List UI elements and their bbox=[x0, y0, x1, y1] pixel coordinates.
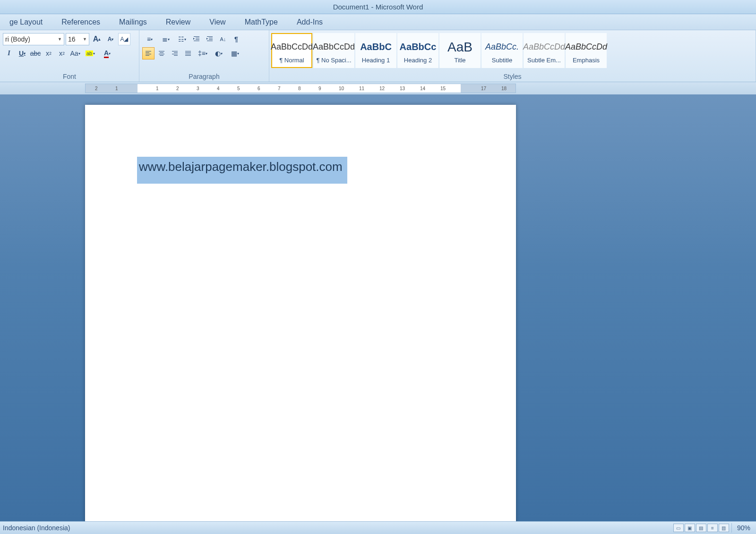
style-label: ¶ No Spaci... bbox=[316, 57, 351, 64]
zoom-level[interactable]: 90% bbox=[734, 524, 753, 532]
show-marks-button[interactable]: ¶ bbox=[230, 33, 242, 45]
tab-mathtype[interactable]: MathType bbox=[235, 15, 287, 29]
style-item-heading-1[interactable]: AaBbCHeading 1 bbox=[355, 33, 396, 68]
style-item--normal[interactable]: AaBbCcDd¶ Normal bbox=[271, 33, 312, 68]
style-item--no-spaci-[interactable]: AaBbCcDd¶ No Spaci... bbox=[313, 33, 354, 68]
sort-button[interactable]: A↓ bbox=[217, 33, 229, 45]
full-screen-icon: ▣ bbox=[687, 526, 692, 531]
align-left-icon bbox=[145, 50, 152, 57]
ruler-tick: 6 bbox=[258, 86, 260, 91]
title-bar: Document1 - Microsoft Word bbox=[0, 0, 756, 14]
tab-mailings[interactable]: Mailings bbox=[110, 15, 156, 29]
highlighter-icon: ab bbox=[86, 51, 93, 56]
style-preview: AaBbCcDd bbox=[565, 38, 607, 57]
clear-formatting-button[interactable]: A◢ bbox=[118, 33, 130, 45]
align-right-button[interactable] bbox=[169, 47, 181, 59]
superscript-button[interactable]: x2 bbox=[56, 47, 68, 59]
font-size-value: 16 bbox=[68, 35, 76, 43]
ruler-tick: 3 bbox=[197, 86, 199, 91]
decrease-indent-button[interactable] bbox=[190, 33, 203, 45]
ribbon: ri (Body) ▼ 16 ▼ A▴ A▾ A◢ I U▾ abc x2 x2 bbox=[0, 30, 756, 82]
print-layout-view-button[interactable]: ▭ bbox=[673, 524, 684, 532]
strikethrough-button[interactable]: abc bbox=[29, 47, 42, 59]
numbering-button[interactable]: ≣▾ bbox=[158, 33, 173, 45]
borders-button[interactable]: ▦▾ bbox=[227, 47, 242, 59]
bucket-icon: ◐ bbox=[215, 50, 221, 57]
tab-references[interactable]: References bbox=[52, 15, 110, 29]
change-case-button[interactable]: Aa▾ bbox=[69, 47, 81, 59]
style-item-heading-2[interactable]: AaBbCcHeading 2 bbox=[397, 33, 438, 68]
paragraph-group-label: Paragraph bbox=[141, 71, 267, 82]
document-page[interactable]: www.belajarpagemaker.blogspot.com bbox=[85, 105, 516, 525]
font-color-icon: A bbox=[104, 49, 109, 58]
bullets-icon: ≡ bbox=[147, 35, 151, 43]
style-preview: AaBbCcDd bbox=[523, 38, 565, 57]
ruler-area: 211234567891011121314151718 bbox=[0, 82, 756, 94]
italic-button[interactable]: I bbox=[3, 47, 15, 59]
style-label: Subtle Em... bbox=[527, 57, 561, 64]
indent-icon bbox=[206, 35, 214, 43]
increase-indent-button[interactable] bbox=[204, 33, 216, 45]
ruler-tick: 13 bbox=[400, 86, 405, 91]
borders-icon: ▦ bbox=[231, 50, 237, 57]
style-item-emphasis[interactable]: AaBbCcDdEmphasis bbox=[566, 33, 607, 68]
style-item-title[interactable]: AaBTitle bbox=[439, 33, 481, 68]
style-label: Heading 2 bbox=[404, 57, 432, 64]
ribbon-tabs: ge Layout References Mailings Review Vie… bbox=[0, 14, 756, 30]
align-left-button[interactable] bbox=[142, 47, 155, 59]
ruler-tick: 7 bbox=[278, 86, 281, 91]
bullets-button[interactable]: ≡▾ bbox=[142, 33, 157, 45]
highlight-button[interactable]: ab▾ bbox=[82, 47, 98, 59]
outline-view-button[interactable]: ≡ bbox=[707, 524, 718, 532]
ruler-tick: 11 bbox=[359, 86, 364, 91]
ruler-tick: 12 bbox=[379, 86, 385, 91]
chevron-down-icon: ▼ bbox=[58, 37, 62, 42]
language-status[interactable]: Indonesian (Indonesia) bbox=[3, 524, 70, 532]
ruler-tick: 5 bbox=[237, 86, 240, 91]
font-group: ri (Body) ▼ 16 ▼ A▴ A▾ A◢ I U▾ abc x2 x2 bbox=[0, 30, 139, 82]
draft-view-button[interactable]: ▥ bbox=[719, 524, 729, 532]
full-screen-view-button[interactable]: ▣ bbox=[685, 524, 695, 532]
align-right-icon bbox=[171, 50, 179, 57]
draft-icon: ▥ bbox=[722, 526, 726, 531]
ruler-right-margin bbox=[461, 84, 515, 93]
subscript-button[interactable]: x2 bbox=[43, 47, 55, 59]
align-center-button[interactable] bbox=[155, 47, 168, 59]
horizontal-ruler[interactable]: 211234567891011121314151718 bbox=[85, 84, 516, 93]
numbering-icon: ≣ bbox=[162, 35, 168, 43]
web-layout-view-button[interactable]: ▤ bbox=[696, 524, 706, 532]
tab-review[interactable]: Review bbox=[156, 15, 200, 29]
ruler-tick: 9 bbox=[318, 86, 321, 91]
shrink-font-button[interactable]: A▾ bbox=[104, 33, 117, 45]
underline-button[interactable]: U▾ bbox=[16, 47, 28, 59]
print-layout-icon: ▭ bbox=[676, 526, 680, 531]
style-preview: AaB bbox=[447, 38, 472, 57]
status-bar: Indonesian (Indonesia) ▭ ▣ ▤ ≡ ▥ 90% bbox=[0, 521, 756, 534]
divider bbox=[731, 523, 732, 533]
justify-button[interactable] bbox=[182, 47, 194, 59]
style-label: Subtitle bbox=[492, 57, 512, 64]
shading-button[interactable]: ◐▾ bbox=[211, 47, 226, 59]
font-name-value: ri (Body) bbox=[5, 35, 30, 43]
sort-icon: A↓ bbox=[220, 36, 226, 42]
font-size-combo[interactable]: 16 ▼ bbox=[66, 33, 89, 45]
styles-gallery[interactable]: AaBbCcDd¶ NormalAaBbCcDd¶ No Spaci...AaB… bbox=[271, 32, 754, 69]
selected-text[interactable]: www.belajarpagemaker.blogspot.com bbox=[137, 157, 347, 184]
outline-icon: ≡ bbox=[711, 526, 714, 531]
ruler-tick: 2 bbox=[176, 86, 179, 91]
multilevel-list-button[interactable]: ☷▾ bbox=[174, 33, 189, 45]
tab-addins[interactable]: Add-Ins bbox=[287, 15, 332, 29]
ruler-tick: 8 bbox=[298, 86, 301, 91]
font-color-button[interactable]: A▾ bbox=[99, 47, 115, 59]
style-preview: AaBbCcDd bbox=[313, 38, 355, 57]
style-item-subtitle[interactable]: AaBbCc.Subtitle bbox=[481, 33, 523, 68]
style-item-subtle-em-[interactable]: AaBbCcDdSubtle Em... bbox=[524, 33, 565, 68]
font-name-combo[interactable]: ri (Body) ▼ bbox=[3, 33, 64, 45]
document-area[interactable]: www.belajarpagemaker.blogspot.com bbox=[0, 94, 756, 525]
tab-view[interactable]: View bbox=[200, 15, 235, 29]
ruler-tick: 1 bbox=[115, 86, 118, 91]
tab-page-layout[interactable]: ge Layout bbox=[0, 15, 52, 29]
grow-font-button[interactable]: A▴ bbox=[91, 33, 103, 45]
ruler-tick: 2 bbox=[95, 86, 98, 91]
line-spacing-button[interactable]: ‡≡▾ bbox=[195, 47, 210, 59]
